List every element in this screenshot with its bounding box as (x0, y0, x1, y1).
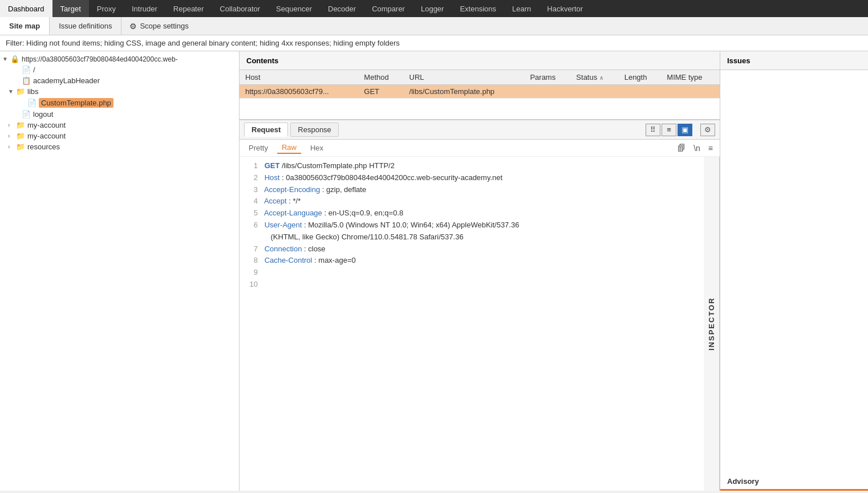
inspector-panel[interactable]: INSPECTOR (704, 157, 720, 491)
request-line-4: 4 Accept : */* (244, 195, 699, 207)
col-length: Length (619, 70, 662, 85)
gear-icon: ⚙ (704, 125, 711, 134)
tree-item-custom-template[interactable]: 📄 CustomTemplate.php (0, 97, 239, 109)
settings-button[interactable]: ⚙ (700, 124, 715, 136)
nav-target[interactable]: Target (52, 0, 89, 17)
tab-response[interactable]: Response (290, 123, 339, 137)
request-line-6b: (KHTML, like Gecko) Chrome/110.0.5481.78… (244, 231, 699, 243)
nav-dashboard[interactable]: Dashboard (0, 0, 52, 17)
table-row[interactable]: https://0a38005603cf79... GET /libs/Cust… (240, 85, 720, 99)
filter-bar: Filter: Hiding not found items; hiding C… (0, 35, 868, 51)
cell-status (570, 85, 618, 99)
tree-expand-arrow[interactable]: ▼ (8, 88, 16, 95)
nav-collaborator[interactable]: Collaborator (212, 0, 268, 17)
issues-panel: Issues Advisory (720, 51, 868, 491)
file-icon: 📄 (27, 99, 36, 107)
col-host: Host (240, 70, 358, 85)
request-body[interactable]: 1 GET /libs/CustomTemplate.php HTTP/2 2 … (240, 157, 704, 491)
tab-issue-definitions[interactable]: Issue definitions (50, 17, 121, 35)
second-navigation: Site map Issue definitions ⚙ Scope setti… (0, 17, 868, 35)
scope-settings-label: Scope settings (140, 22, 188, 30)
col-mime-type: MIME type (661, 70, 720, 85)
request-line-2: 2 Host : 0a38005603cf79b080484ed4004200c… (244, 172, 699, 184)
tab-request[interactable]: Request (244, 123, 288, 137)
cell-host: https://0a38005603cf79... (240, 85, 358, 99)
issues-header: Issues (720, 51, 868, 70)
col-url: URL (404, 70, 525, 85)
request-response-panel: Request Response ⠿ ≡ ▣ (240, 120, 720, 491)
list-view-button[interactable]: ≡ (662, 124, 676, 136)
request-body-container: 1 GET /libs/CustomTemplate.php HTTP/2 2 … (240, 157, 720, 491)
tree-expand-arrow[interactable]: › (8, 144, 16, 150)
newline-icon[interactable]: \n (691, 142, 703, 154)
tree-item-label: / (33, 66, 35, 74)
sub-tab-pretty[interactable]: Pretty (244, 142, 273, 153)
tree-item-label: libs (27, 87, 39, 96)
sub-tabs: Pretty Raw Hex 🗐 \n ≡ (240, 140, 720, 157)
tree-item-my-account-1[interactable]: › 📁 my-account (0, 120, 239, 131)
cell-params (524, 85, 570, 99)
folder-icon: 📁 (16, 87, 25, 96)
gear-icon: ⚙ (129, 22, 137, 31)
tree-item-my-account-2[interactable]: › 📁 my-account (0, 131, 239, 141)
tree-item-label: academyLabHeader (33, 76, 100, 85)
tree-item-logout[interactable]: 📄 logout (0, 109, 239, 120)
col-status[interactable]: Status ∧ (570, 70, 618, 85)
menu-icon[interactable]: ≡ (706, 142, 715, 154)
single-view-button[interactable]: ▣ (678, 124, 692, 136)
nav-extensions[interactable]: Extensions (452, 0, 504, 17)
scope-settings-button[interactable]: ⚙ Scope settings (121, 17, 196, 35)
square-icon: ▣ (682, 125, 688, 134)
sub-tab-icons: 🗐 \n ≡ (675, 142, 715, 154)
col-method: Method (358, 70, 403, 85)
center-panel: Contents Host Method URL Params Status (240, 51, 720, 491)
main-layout: ▼ 🔒 https://0a38005603cf79b080484ed40042… (0, 51, 868, 491)
tree-root-label: https://0a38005603cf79b080484ed4004200cc… (22, 55, 178, 63)
request-line-7: 7 Connection : close (244, 243, 699, 255)
cell-method: GET (358, 85, 403, 99)
nav-decoder[interactable]: Decoder (320, 0, 364, 17)
sub-tab-hex[interactable]: Hex (306, 142, 328, 153)
nav-logger[interactable]: Logger (413, 0, 452, 17)
issues-title: Issues (727, 56, 750, 65)
request-line-9: 9 (244, 267, 699, 279)
request-line-5: 5 Accept-Language : en-US;q=0.9, en;q=0.… (244, 207, 699, 219)
special-file-icon: 📋 (22, 76, 31, 85)
tree-item-label: my-account (27, 121, 66, 129)
request-line-3: 3 Accept-Encoding : gzip, deflate (244, 184, 699, 196)
tree-item-resources[interactable]: › 📁 resources (0, 141, 239, 152)
lock-icon: 🔒 (10, 55, 19, 63)
tree-item-root-slash[interactable]: 📄 / (0, 64, 239, 75)
nav-proxy[interactable]: Proxy (89, 0, 124, 17)
copy-icon[interactable]: 🗐 (675, 142, 688, 154)
inspector-label: INSPECTOR (707, 297, 716, 351)
cell-url: /libs/CustomTemplate.php (404, 85, 525, 99)
contents-title: Contents (246, 56, 278, 65)
special-folder-icon: 📁 (16, 121, 25, 129)
nav-learn[interactable]: Learn (504, 0, 539, 17)
tree-item-academy-lab-header[interactable]: 📋 academyLabHeader (0, 75, 239, 86)
grid-view-button[interactable]: ⠿ (646, 124, 660, 136)
tree-collapse-arrow[interactable]: ▼ (2, 56, 10, 62)
tree-root[interactable]: ▼ 🔒 https://0a38005603cf79b080484ed40042… (0, 54, 239, 64)
tree-item-label: resources (27, 142, 60, 151)
nav-comparer[interactable]: Comparer (364, 0, 413, 17)
contents-table[interactable]: Host Method URL Params Status ∧ Length M… (240, 70, 720, 119)
advisory-label: Advisory (727, 477, 759, 486)
nav-sequencer[interactable]: Sequencer (268, 0, 320, 17)
grid-icon: ⠿ (650, 125, 656, 134)
nav-intruder[interactable]: Intruder (124, 0, 165, 17)
nav-repeater[interactable]: Repeater (165, 0, 212, 17)
tab-site-map[interactable]: Site map (0, 17, 50, 35)
tree-item-libs[interactable]: ▼ 📁 libs (0, 86, 239, 97)
cell-length (619, 85, 662, 99)
tree-expand-arrow[interactable]: › (8, 122, 16, 128)
contents-panel: Contents Host Method URL Params Status (240, 51, 720, 120)
request-line-10: 10 (244, 279, 699, 291)
site-map-tree: ▼ 🔒 https://0a38005603cf79b080484ed40042… (0, 51, 240, 491)
top-navigation: Dashboard Target Proxy Intruder Repeater… (0, 0, 868, 17)
nav-hackvertor[interactable]: Hackvertor (539, 0, 591, 17)
tree-item-label: CustomTemplate.php (39, 98, 113, 108)
tree-expand-arrow[interactable]: › (8, 133, 16, 139)
sub-tab-raw[interactable]: Raw (277, 142, 301, 154)
